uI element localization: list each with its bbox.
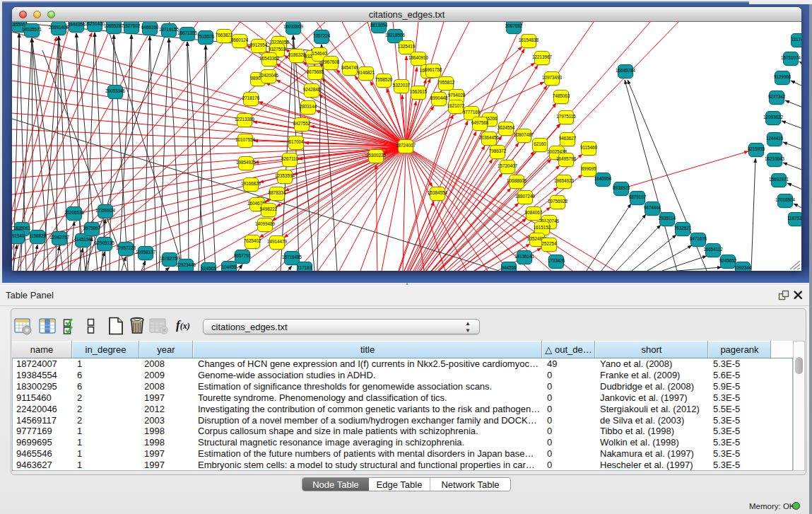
svg-text:7558520: 7558520 [375,77,393,82]
svg-text:12353594: 12353594 [275,173,295,178]
svg-text:19218506: 19218506 [385,33,406,37]
svg-text:15720407: 15720407 [498,163,518,168]
svg-text:25300235: 25300235 [366,153,387,158]
svg-text:12505135: 12505135 [95,240,115,245]
svg-text:252254: 252254 [541,241,557,246]
svg-text:1621072: 1621072 [447,103,465,108]
svg-text:111745: 111745 [792,37,801,42]
svg-text:9242848: 9242848 [303,87,321,92]
svg-text:9474444: 9474444 [644,205,661,210]
svg-text:9129966: 9129966 [774,74,792,79]
svg-text:10654112: 10654112 [703,247,723,252]
svg-text:18807249: 18807249 [515,194,536,199]
svg-text:16543362: 16543362 [259,56,280,61]
svg-text:12942757: 12942757 [49,235,70,240]
svg-text:3624554: 3624554 [498,125,515,130]
svg-text:16210643: 16210643 [765,156,785,161]
svg-text:391540: 391540 [12,233,25,238]
svg-text:16495798: 16495798 [556,156,577,161]
svg-text:10107554: 10107554 [235,137,256,142]
svg-text:19654923: 19654923 [554,178,575,183]
svg-text:12923446: 12923446 [176,262,196,267]
svg-text:20364456: 20364456 [479,135,500,140]
svg-text:9146821: 9146821 [358,70,375,75]
svg-text:1615152: 1615152 [534,225,551,230]
svg-text:1092344: 1092344 [734,265,752,270]
svg-text:9463627: 9463627 [559,136,577,141]
svg-text:6879197: 6879197 [629,194,647,199]
svg-text:12213967: 12213967 [532,54,553,59]
svg-text:8912954: 8912954 [250,42,268,47]
svg-text:19756928: 19756928 [548,199,568,204]
svg-text:9777169: 9777169 [463,110,481,115]
svg-text:8471676: 8471676 [690,236,707,241]
svg-text:2967608: 2967608 [322,59,340,64]
svg-text:6466160: 6466160 [141,25,159,30]
svg-text:10655287: 10655287 [104,23,124,28]
svg-text:8938923: 8938923 [613,185,630,190]
svg-text:17975115: 17975115 [556,114,576,119]
svg-text:7663822: 7663822 [216,33,233,37]
svg-text:7485063: 7485063 [553,93,570,98]
svg-text:9327503: 9327503 [269,47,286,52]
svg-text:1733426: 1733426 [548,258,565,263]
svg-text:12213389: 12213389 [235,117,255,122]
svg-text:10958107: 10958107 [136,250,156,255]
svg-text:1527602: 1527602 [123,23,141,28]
svg-text:10973493: 10973493 [542,75,563,80]
svg-text:14099489: 14099489 [255,221,276,226]
svg-text:8186328: 8186328 [288,52,306,57]
svg-text:17016504: 17016504 [775,197,796,202]
svg-text:9227342: 9227342 [768,94,786,99]
svg-text:15751074: 15751074 [781,55,801,60]
svg-text:19854925: 19854925 [236,160,257,165]
svg-text:9794028: 9794028 [448,93,466,98]
svg-text:1325419: 1325419 [398,44,416,49]
svg-text:17359924: 17359924 [95,208,116,213]
svg-text:8813054: 8813054 [370,23,388,28]
svg-text:16648784: 16648784 [616,68,636,73]
svg-text:8267110: 8267110 [281,156,299,161]
svg-text:6961758: 6961758 [425,67,442,72]
svg-text:16231420: 16231420 [85,22,105,26]
svg-text:944556: 944556 [501,265,517,270]
svg-text:8990448: 8990448 [430,95,448,100]
svg-text:15384554: 15384554 [428,190,448,195]
svg-text:2718176: 2718176 [242,95,260,100]
svg-text:9657791: 9657791 [234,253,252,258]
svg-text:14136141: 14136141 [514,254,535,259]
svg-text:16154838: 16154838 [519,37,539,42]
svg-text:20053346: 20053346 [105,88,126,93]
svg-text:617004: 617004 [288,139,304,144]
svg-text:5322037: 5322037 [393,83,411,88]
svg-text:16671355: 16671355 [177,30,198,35]
svg-text:8215955: 8215955 [748,146,765,151]
svg-text:1640954: 1640954 [594,176,612,181]
svg-text:7632621: 7632621 [674,226,692,230]
svg-text:5498222: 5498222 [260,206,278,211]
svg-text:20691406: 20691406 [49,25,69,30]
svg-text:1156829: 1156829 [29,233,47,238]
svg-text:19166829: 19166829 [241,181,261,186]
svg-text:9084067: 9084067 [525,210,543,215]
svg-text:2935114: 2935114 [659,216,676,221]
svg-text:7357224: 7357224 [313,33,331,38]
svg-text:17957223: 17957223 [116,245,136,250]
svg-text:8660124: 8660124 [231,37,249,42]
svg-text:18724007: 18724007 [396,143,416,148]
svg-text:15716485: 15716485 [282,255,302,259]
svg-text:14035571: 14035571 [22,27,42,32]
svg-text:1145194: 1145194 [74,237,92,242]
svg-text:12093822: 12093822 [763,115,784,119]
svg-text:20206536: 20206536 [64,210,85,215]
svg-text:62160: 62160 [534,141,546,146]
svg-text:7955812: 7955812 [437,80,455,85]
svg-text:8454749: 8454749 [341,65,359,70]
svg-text:3675685: 3675685 [307,69,324,74]
svg-text:104455: 104455 [221,264,237,269]
svg-text:2803144: 2803144 [300,104,317,109]
svg-text:7986372: 7986372 [489,148,507,153]
svg-text:15692971: 15692971 [769,177,789,182]
svg-text:924565: 924565 [201,266,216,271]
svg-text:1167533: 1167533 [787,216,801,221]
